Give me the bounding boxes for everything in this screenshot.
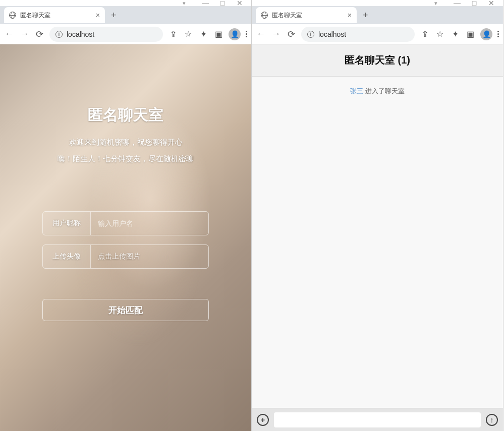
address-text: localhost — [67, 30, 94, 38]
globe-icon — [261, 12, 268, 19]
back-button[interactable]: ← — [256, 29, 266, 39]
panel-icon[interactable]: ▣ — [213, 29, 223, 39]
menu-button[interactable] — [246, 31, 247, 37]
forward-button[interactable]: → — [19, 29, 29, 39]
system-action: 进入了聊天室 — [363, 87, 405, 95]
share-icon[interactable]: ⇪ — [168, 29, 178, 39]
menu-button[interactable] — [497, 31, 499, 37]
address-text: localhost — [318, 30, 346, 38]
nickname-row: 用户昵称 — [42, 211, 209, 235]
profile-button[interactable]: 👤 — [229, 28, 241, 40]
browser-tab[interactable]: 匿名聊天室 × — [4, 7, 105, 23]
upload-row[interactable]: 上传头像 点击上传图片 — [42, 244, 209, 269]
nickname-input[interactable] — [91, 212, 208, 235]
chevron-down-icon[interactable]: ▾ — [434, 0, 437, 7]
address-bar[interactable]: i localhost — [49, 27, 163, 42]
send-button[interactable]: ↑ — [486, 414, 498, 426]
upload-hint: 点击上传图片 — [91, 245, 208, 268]
info-icon[interactable]: i — [55, 31, 63, 38]
system-message: 张三 进入了聊天室 — [262, 87, 493, 96]
page-subtitle-2: 嗨！陌生人！七分钟交友，尽在随机密聊 — [58, 154, 194, 164]
browser-tab[interactable]: 匿名聊天室 × — [256, 7, 357, 23]
close-tab-icon[interactable]: × — [96, 11, 100, 19]
browser-toolbar: ← → ⟳ i localhost ⇪ ☆ ✦ ▣ 👤 — [0, 24, 251, 44]
page-content-left: 匿名聊天室 欢迎来到随机密聊，祝您聊得开心 嗨！陌生人！七分钟交友，尽在随机密聊… — [0, 44, 251, 431]
extensions-icon[interactable]: ✦ — [450, 29, 460, 39]
window-titlebar: ▾ — □ ✕ — [0, 0, 251, 6]
system-user: 张三 — [350, 87, 363, 95]
nickname-label: 用户昵称 — [43, 212, 91, 235]
page-subtitle-1: 欢迎来到随机密聊，祝您聊得开心 — [69, 138, 183, 147]
tab-title: 匿名聊天室 — [20, 11, 50, 20]
extensions-icon[interactable]: ✦ — [198, 29, 208, 39]
upload-label: 上传头像 — [43, 245, 91, 268]
new-tab-button[interactable]: + — [111, 10, 117, 21]
window-titlebar: ▾ — □ ✕ — [252, 0, 503, 6]
message-input[interactable] — [274, 412, 481, 427]
bookmark-icon[interactable]: ☆ — [183, 29, 193, 39]
tab-strip: 匿名聊天室 × + — [0, 6, 251, 24]
page-title: 匿名聊天室 — [88, 105, 163, 126]
start-match-button[interactable]: 开始匹配 — [42, 299, 209, 321]
profile-button[interactable]: 👤 — [480, 28, 492, 40]
tab-strip: 匿名聊天室 × + — [252, 6, 503, 24]
new-tab-button[interactable]: + — [363, 10, 368, 21]
address-bar[interactable]: i localhost — [301, 27, 415, 42]
chat-input-bar: + ↑ — [252, 408, 503, 431]
panel-icon[interactable]: ▣ — [465, 29, 475, 39]
close-tab-icon[interactable]: × — [348, 11, 352, 19]
back-button[interactable]: ← — [4, 29, 14, 39]
add-attachment-button[interactable]: + — [257, 414, 269, 426]
browser-toolbar: ← → ⟳ i localhost ⇪ ☆ ✦ ▣ 👤 — [252, 24, 503, 44]
browser-window-left: ▾ — □ ✕ 匿名聊天室 × + ← → ⟳ i localhost ⇪ ☆ … — [0, 0, 252, 431]
browser-window-right: ▾ — □ ✕ 匿名聊天室 × + ← → ⟳ i localhost ⇪ ☆ … — [252, 0, 503, 431]
login-form: 用户昵称 上传头像 点击上传图片 开始匹配 — [42, 211, 209, 321]
bookmark-icon[interactable]: ☆ — [435, 29, 445, 39]
globe-icon — [9, 12, 16, 19]
chevron-down-icon[interactable]: ▾ — [183, 0, 186, 7]
chat-header: 匿名聊天室 (1) — [252, 44, 503, 77]
info-icon[interactable]: i — [307, 31, 314, 38]
forward-button[interactable]: → — [271, 29, 281, 39]
reload-button[interactable]: ⟳ — [286, 29, 296, 40]
chat-body: 张三 进入了聊天室 — [252, 77, 503, 408]
share-icon[interactable]: ⇪ — [420, 29, 430, 39]
reload-button[interactable]: ⟳ — [34, 29, 44, 40]
page-content-right: 匿名聊天室 (1) 张三 进入了聊天室 + ↑ — [252, 44, 503, 431]
tab-title: 匿名聊天室 — [272, 11, 302, 20]
